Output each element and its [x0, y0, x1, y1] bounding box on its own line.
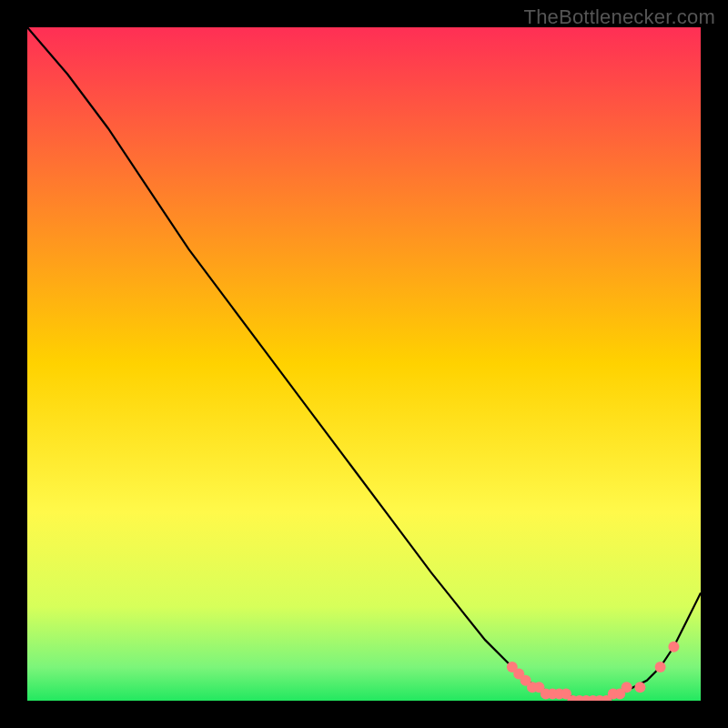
chart-container: TheBottlenecker.com: [0, 0, 728, 728]
plot-area: [27, 27, 701, 701]
watermark-text: TheBottlenecker.com: [524, 5, 715, 29]
marker-point: [622, 682, 632, 693]
marker-point: [655, 662, 666, 672]
chart-svg: [27, 27, 701, 701]
marker-point: [668, 642, 679, 652]
gradient-background: [27, 27, 701, 701]
marker-point: [634, 682, 645, 693]
